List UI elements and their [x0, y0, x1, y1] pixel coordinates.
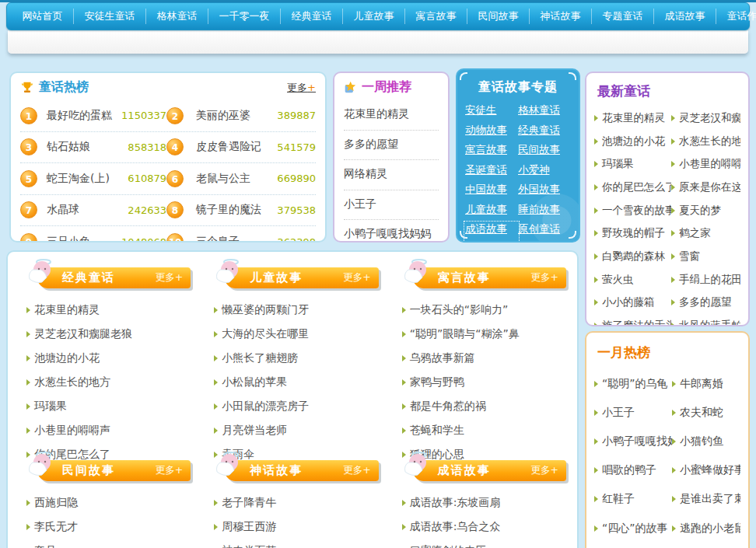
story-link[interactable]: 国王的故事 [672, 543, 740, 548]
topic-link[interactable]: 儿童故事 [465, 203, 518, 223]
story-link[interactable]: 美丽的巫婆 [190, 109, 268, 123]
topic-link[interactable]: 外国故事 [518, 183, 571, 203]
story-link[interactable]: 手绢上的花田 [671, 268, 740, 291]
nav-item[interactable]: 民间故事 [467, 9, 529, 24]
topic-link[interactable]: 寓言故事 [465, 143, 518, 163]
story-link[interactable]: 北风的蓝手帕 [671, 314, 740, 326]
story-link[interactable]: 懒巫婆的两颗门牙 [214, 298, 378, 322]
story-link[interactable]: 周穆王西游 [214, 515, 378, 539]
topic-link[interactable]: 格林童话 [518, 103, 571, 124]
story-link[interactable]: 苍蝇和学生 [402, 418, 566, 442]
topic-link[interactable]: 成语故事 [465, 222, 518, 243]
story-link[interactable]: 一块石头的“影响力” [402, 298, 566, 322]
nav-item[interactable]: 寓言故事 [404, 9, 467, 24]
story-link[interactable]: 网络精灵 [344, 160, 439, 190]
story-link[interactable]: 是谁出卖了刺猬 [672, 485, 740, 514]
story-link[interactable]: 三只小兔 [40, 235, 118, 243]
story-link[interactable]: 雪窗 [671, 245, 740, 268]
story-link[interactable]: 小熊长了糖翅膀 [214, 346, 378, 370]
story-link[interactable]: 牛郎离婚 [672, 369, 740, 398]
nav-item[interactable]: 网站首页 [12, 9, 73, 24]
story-link[interactable]: 口蜜腹剑的来历 [402, 539, 566, 548]
story-link[interactable]: 施了魔法的舌头 [594, 314, 671, 326]
nav-item[interactable]: 经典童话 [280, 9, 342, 24]
category-more-link[interactable]: 更多+ [531, 464, 558, 477]
story-link[interactable]: 多多的愿望 [671, 291, 740, 315]
story-link[interactable]: 小王子 [594, 398, 672, 427]
story-link[interactable]: 唱歌的鸭子 [594, 456, 672, 485]
story-link[interactable]: 水晶球 [40, 203, 118, 217]
story-link[interactable]: 皮皮鲁遇险记 [190, 140, 268, 154]
story-link[interactable]: 老鼠与公主 [190, 172, 268, 186]
nav-item[interactable]: 格林童话 [145, 9, 208, 24]
story-link[interactable]: 神农尝百草 [214, 539, 378, 548]
topic-link[interactable]: 原创童话 [518, 222, 571, 243]
story-link[interactable]: 老子降青牛 [214, 490, 378, 515]
story-link[interactable]: 乌鸦故事新篇 [402, 346, 566, 370]
story-link[interactable]: 小鸭子嘎嘎找妈妈 [344, 220, 439, 243]
story-link[interactable]: 夏天的梦 [671, 199, 740, 222]
category-more-link[interactable]: 更多+ [343, 271, 370, 284]
story-link[interactable]: 小王子 [344, 190, 439, 221]
nav-item[interactable]: 安徒生童话 [73, 9, 145, 24]
story-link[interactable]: 花束里的精灵 [344, 100, 439, 131]
story-link[interactable]: 李氏无才 [26, 515, 191, 539]
story-link[interactable]: 池塘边的小花 [594, 130, 671, 153]
story-link[interactable]: 花束里的精灵 [594, 106, 671, 130]
story-link[interactable]: 钻石姑娘 [40, 140, 118, 154]
topic-link[interactable]: 小爱神 [518, 163, 571, 183]
story-link[interactable]: 玛瑙果 [26, 394, 191, 418]
category-more-link[interactable]: 更多+ [156, 464, 183, 477]
story-link[interactable]: 红鞋子 [594, 485, 672, 514]
story-link[interactable]: 萤火虫 [594, 268, 671, 291]
nav-item[interactable]: 成语故事 [653, 9, 716, 24]
story-link[interactable]: 玛瑙果 [594, 152, 671, 176]
story-link[interactable]: 原来是你在这里 [671, 176, 740, 199]
story-link[interactable]: 一个雪夜的故事 [594, 199, 671, 222]
story-link[interactable]: 花束里的精灵 [26, 298, 191, 322]
story-link[interactable]: 白鹦鹉的森林 [594, 245, 671, 268]
story-link[interactable]: 家鸭与野鸭 [402, 370, 566, 394]
story-link[interactable]: 西施归隐 [26, 490, 191, 515]
story-link[interactable]: 灵芝老汉和瘸腿老狼 [26, 322, 191, 346]
story-link[interactable]: “聪明”眼睛与“糊涂”鼻 [402, 322, 566, 346]
nav-item[interactable]: 一千零一夜 [208, 9, 280, 24]
topic-link[interactable]: 经典童话 [518, 124, 571, 144]
hot-more-link[interactable]: 更多+ [287, 81, 316, 95]
story-link[interactable]: “四心”的故事 [594, 514, 672, 543]
story-link[interactable]: 蛇王淘金(上) [40, 172, 118, 186]
story-link[interactable]: 成语故事:乌合之众 [402, 515, 566, 539]
story-link[interactable]: 农夫和蛇 [672, 398, 740, 427]
story-link[interactable]: 小蜜蜂做好事 [672, 456, 740, 485]
topic-link[interactable]: 圣诞童话 [465, 163, 518, 183]
story-link[interactable]: 小巷里的嘚嘚声 [26, 418, 191, 442]
story-link[interactable]: 你的尾巴怎么了 [594, 176, 671, 199]
story-link[interactable]: 逃学的小猪 [594, 543, 672, 548]
topic-link[interactable]: 睡前故事 [518, 203, 571, 223]
story-link[interactable]: 月亮饼当老师 [214, 418, 378, 442]
story-link[interactable]: 三个皇子 [190, 235, 268, 243]
story-link[interactable]: 灵芝老汉和瘸腿 [671, 106, 740, 130]
story-link[interactable]: 水葱生长的地方 [671, 130, 740, 153]
topic-link[interactable]: 安徒生 [465, 103, 518, 124]
story-link[interactable]: 小田鼠的漂亮房子 [214, 394, 378, 418]
story-link[interactable]: 成语故事:东坡画扇 [402, 490, 566, 515]
nav-item[interactable]: 童话作文 [716, 9, 756, 24]
story-link[interactable]: 水葱生长的地方 [26, 370, 191, 394]
story-link[interactable]: “聪明”的乌龟 [594, 369, 672, 398]
story-link[interactable]: 小猫钓鱼 [672, 427, 740, 456]
category-more-link[interactable]: 更多+ [156, 271, 183, 284]
topic-link[interactable]: 民间故事 [518, 143, 571, 163]
story-link[interactable]: 野玫瑰的帽子 [594, 222, 671, 245]
story-link[interactable]: 大海的尽头在哪里 [214, 322, 378, 346]
story-link[interactable]: 奔月 [26, 539, 191, 548]
nav-item[interactable]: 专题童话 [591, 9, 653, 24]
topic-link[interactable]: 动物故事 [465, 124, 518, 144]
topic-link[interactable]: 中国故事 [465, 183, 518, 203]
story-link[interactable]: 逃跑的小老鼠 [672, 514, 740, 543]
category-more-link[interactable]: 更多+ [531, 271, 558, 284]
story-link[interactable]: 都是牛角惹的祸 [402, 394, 566, 418]
story-link[interactable]: 小鸭子嘎嘎找妈 [594, 427, 672, 456]
story-link[interactable]: 最好吃的蛋糕 [40, 109, 118, 123]
story-link[interactable]: 小巷里的嘚嘚声 [671, 152, 740, 176]
